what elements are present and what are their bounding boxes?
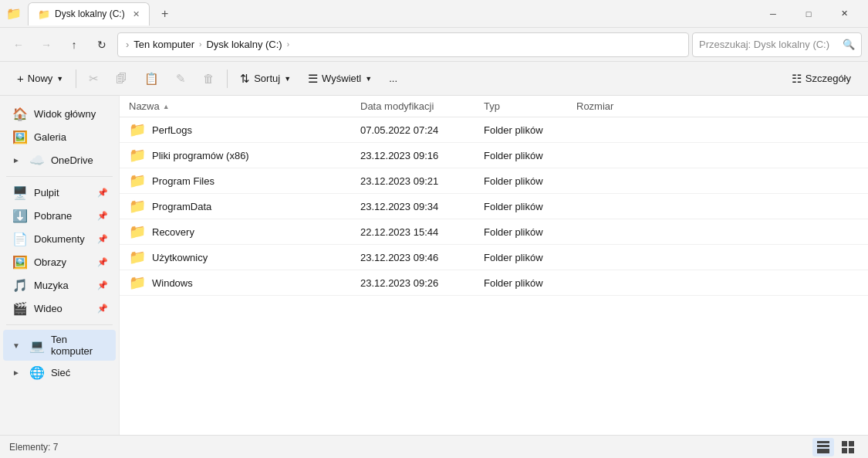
sidebar-item-obrazy[interactable]: 🖼️ Obrazy 📌 [3,251,116,273]
separator-1 [76,70,76,88]
sidebar-item-siec[interactable]: ► 🌐 Sieć [3,361,116,384]
back-button[interactable]: ← [6,32,31,57]
sidebar-item-galeria[interactable]: 🖼️ Galeria [3,126,116,148]
folder-icon: 📁 [129,223,146,240]
more-label: ... [389,73,397,84]
title-bar: 📁 📁 Dysk lokalny (C:) ✕ + ─ □ ✕ [0,0,868,28]
up-button[interactable]: ↑ [62,32,86,57]
svg-rect-0 [817,441,829,443]
column-header-name[interactable]: Nazwa ▲ [129,100,360,112]
home-icon: 🏠 [12,107,28,121]
file-date-cell: 23.12.2023 09:26 [360,277,484,289]
file-type-cell: Folder plików [484,226,576,238]
delete-button[interactable]: 🗑 [195,68,222,89]
refresh-button[interactable]: ↻ [90,32,114,57]
separator-2 [227,70,228,88]
svg-rect-4 [842,441,847,446]
sidebar-item-muzyka[interactable]: 🎵 Muzyka 📌 [3,274,116,297]
address-chevron-1: › [199,40,201,49]
file-name-label: Windows [152,277,193,289]
column-name-label: Nazwa [129,100,160,112]
column-header-type[interactable]: Typ [484,100,576,112]
file-name-cell: 📁 Recovery [129,223,360,240]
grid-view-toggle[interactable] [837,438,859,456]
table-row[interactable]: 📁 Użytkownicy 23.12.2023 09:46 Folder pl… [120,245,868,270]
pin-icon: 📌 [97,234,108,244]
view-icon: ☰ [308,72,318,86]
more-button[interactable]: ... [381,69,405,88]
minimize-button[interactable]: ─ [755,0,791,28]
file-date-cell: 23.12.2023 09:34 [360,201,484,212]
sidebar-item-ten-komputer[interactable]: ▼ 💻 Ten komputer [3,330,116,361]
main-layout: 🏠 Widok główny 🖼️ Galeria ► ☁️ OneDrive … [0,96,868,435]
details-button[interactable]: ☷ Szczegóły [784,68,859,90]
cut-button[interactable]: ✂ [81,68,106,90]
paste-icon: 📋 [144,72,159,86]
forward-button[interactable]: → [34,32,59,57]
file-date-cell: 23.12.2023 09:46 [360,252,484,263]
sidebar-item-onedrive[interactable]: ► ☁️ OneDrive [3,149,116,171]
copy-icon: 🗐 [116,72,127,85]
file-date-cell: 07.05.2022 07:24 [360,124,484,136]
copy-button[interactable]: 🗐 [108,68,135,89]
search-bar[interactable]: Przeszukaj: Dysk lokalny (C:) 🔍 [692,32,862,57]
pin-icon: 📌 [97,280,108,290]
address-bar[interactable]: › Ten komputer › Dysk lokalny (C:) › [117,32,689,57]
sidebar-item-label: Pobrane [34,210,72,222]
delete-icon: 🗑 [203,72,214,85]
file-name-cell: 📁 Pliki programów (x86) [129,147,360,164]
column-header-date[interactable]: Data modyfikacji [360,100,484,112]
column-size-label: Rozmiar [576,100,613,112]
table-row[interactable]: 📁 Recovery 22.12.2023 15:44 Folder plikó… [120,219,868,245]
svg-rect-5 [849,441,854,446]
active-tab[interactable]: 📁 Dysk lokalny (C:) ✕ [28,2,150,25]
file-type-cell: Folder plików [484,150,576,161]
sort-button[interactable]: ⇅ Sortuj ▼ [232,68,299,90]
sidebar-item-label: Widok główny [34,108,96,120]
desktop-icon: 🖥️ [12,185,28,200]
table-row[interactable]: 📁 ProgramData 23.12.2023 09:34 Folder pl… [120,194,868,219]
sidebar-item-widok-glowny[interactable]: 🏠 Widok główny [3,103,116,125]
table-row[interactable]: 📁 PerfLogs 07.05.2022 07:24 Folder plikó… [120,117,868,143]
sidebar-item-label: Ten komputer [51,334,108,357]
cut-icon: ✂ [89,72,99,86]
window-controls: ─ □ ✕ [755,0,862,28]
table-row[interactable]: 📁 Windows 23.12.2023 09:26 Folder plików [120,270,868,296]
new-label: Nowy [28,73,53,84]
file-date-cell: 22.12.2023 15:44 [360,226,484,238]
sidebar-item-label: OneDrive [51,154,93,166]
search-placeholder: Przeszukaj: Dysk lokalny (C:) [699,39,838,50]
sidebar-item-dokumenty[interactable]: 📄 Dokumenty 📌 [3,228,116,250]
sidebar-divider-2 [6,324,113,325]
details-view-toggle[interactable] [812,438,834,456]
file-type-cell: Folder plików [484,201,576,212]
close-button[interactable]: ✕ [826,0,862,28]
address-separator-1: › [126,39,129,50]
new-button[interactable]: + Nowy ▼ [9,68,71,89]
view-chevron-icon: ▼ [365,75,372,83]
file-name-cell: 📁 Windows [129,274,360,291]
sidebar-item-wideo[interactable]: 🎬 Wideo 📌 [3,297,116,320]
address-part-2: Dysk lokalny (C:) [206,39,282,50]
table-row[interactable]: 📁 Pliki programów (x86) 23.12.2023 09:16… [120,143,868,168]
new-tab-button[interactable]: + [154,3,176,25]
tab-area: 📁 Dysk lokalny (C:) ✕ + [28,2,755,25]
sidebar-divider-1 [6,176,113,177]
music-icon: 🎵 [12,278,28,293]
video-icon: 🎬 [12,301,28,316]
column-header-size[interactable]: Rozmiar [576,100,654,112]
rename-button[interactable]: ✎ [168,68,194,90]
status-bar: Elementy: 7 [0,435,868,458]
maximize-button[interactable]: □ [791,0,826,28]
app-icon: 📁 [6,6,22,21]
file-type-cell: Folder plików [484,124,576,136]
paste-button[interactable]: 📋 [137,68,167,90]
view-button[interactable]: ☰ Wyświetl ▼ [300,68,380,90]
tab-label: Dysk lokalny (C:) [55,8,125,19]
sidebar-item-pobrane[interactable]: ⬇️ Pobrane 📌 [3,205,116,227]
gallery-icon: 🖼️ [12,130,28,144]
file-list-header: Nazwa ▲ Data modyfikacji Typ Rozmiar [120,96,868,117]
sidebar-item-pulpit[interactable]: 🖥️ Pulpit 📌 [3,182,116,204]
tab-close-button[interactable]: ✕ [133,9,140,19]
table-row[interactable]: 📁 Program Files 23.12.2023 09:21 Folder … [120,168,868,194]
